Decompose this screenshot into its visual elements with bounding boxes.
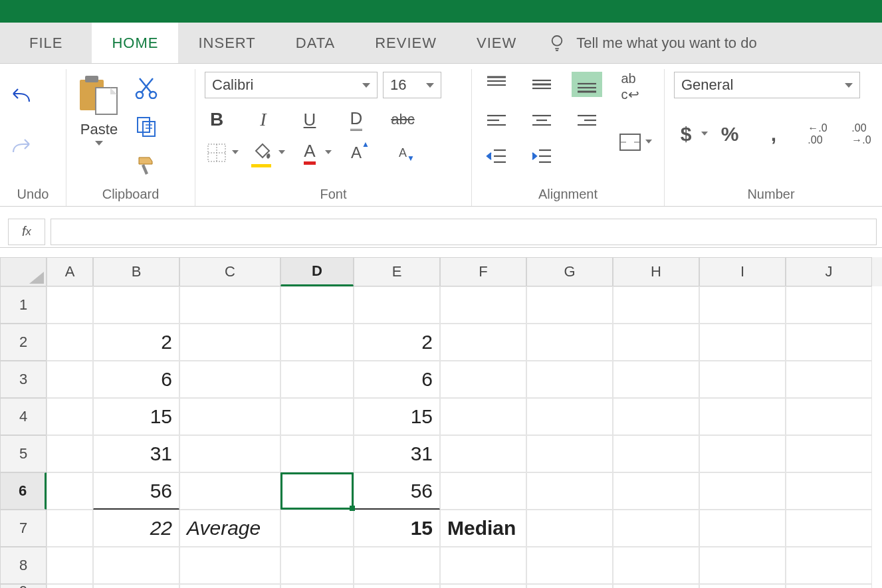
cell-H2[interactable] (613, 324, 699, 361)
cell-I3[interactable] (699, 361, 786, 398)
cell-F9[interactable] (440, 584, 526, 588)
cell-I4[interactable] (699, 398, 786, 435)
cell-F4[interactable] (440, 398, 526, 435)
cell-B4[interactable]: 15 (93, 398, 179, 435)
align-middle-button[interactable] (526, 72, 557, 97)
increase-indent-button[interactable] (526, 144, 557, 169)
col-header-J[interactable]: J (786, 257, 872, 286)
decrease-indent-button[interactable] (481, 144, 512, 169)
cell-D7[interactable] (280, 510, 354, 547)
row-header-2[interactable]: 2 (0, 324, 47, 361)
cell-H9[interactable] (613, 584, 699, 588)
cell-C3[interactable] (179, 361, 280, 398)
cell-G1[interactable] (526, 286, 613, 324)
grid-area[interactable]: 1 2 2 2 3 (0, 286, 882, 588)
cell-A6[interactable] (47, 472, 93, 510)
copy-button[interactable] (134, 114, 158, 138)
cell-A1[interactable] (47, 286, 93, 324)
cell-J1[interactable] (786, 286, 872, 324)
cell-G8[interactable] (526, 547, 613, 584)
cell-F2[interactable] (440, 324, 526, 361)
cell-C6[interactable] (179, 472, 280, 510)
cell-H8[interactable] (613, 547, 699, 584)
cell-B1[interactable] (93, 286, 179, 324)
cell-B3[interactable]: 6 (93, 361, 179, 398)
cell-F1[interactable] (440, 286, 526, 324)
cell-D6[interactable] (280, 472, 354, 510)
paste-dropdown-icon[interactable] (95, 141, 103, 146)
font-size-select[interactable]: 16 (383, 72, 441, 98)
cell-A9[interactable] (47, 584, 93, 588)
cell-I2[interactable] (699, 324, 786, 361)
underline-button[interactable]: U (298, 108, 322, 132)
cell-D8[interactable] (280, 547, 354, 584)
cell-E6[interactable]: 56 (354, 472, 440, 510)
cell-J5[interactable] (786, 435, 872, 472)
col-header-I[interactable]: I (699, 257, 786, 286)
tab-view[interactable]: VIEW (457, 23, 536, 63)
cell-J8[interactable] (786, 547, 872, 584)
cell-D3[interactable] (280, 361, 354, 398)
font-color-button[interactable]: A (298, 141, 322, 165)
col-header-A[interactable]: A (47, 257, 93, 286)
borders-button[interactable] (205, 141, 229, 165)
cell-C4[interactable] (179, 398, 280, 435)
formula-input[interactable] (51, 219, 877, 245)
row-header-7[interactable]: 7 (0, 510, 47, 547)
format-painter-button[interactable] (134, 153, 158, 177)
cell-D4[interactable] (280, 398, 354, 435)
cell-A7[interactable] (47, 510, 93, 547)
cell-G4[interactable] (526, 398, 613, 435)
cell-G6[interactable] (526, 472, 613, 510)
cell-B9[interactable] (93, 584, 179, 588)
row-header-4[interactable]: 4 (0, 398, 47, 435)
cut-button[interactable] (134, 76, 158, 100)
cell-A3[interactable] (47, 361, 93, 398)
cell-G3[interactable] (526, 361, 613, 398)
row-header-5[interactable]: 5 (0, 435, 47, 472)
cell-B8[interactable] (93, 547, 179, 584)
merge-cells-button[interactable] (618, 130, 642, 154)
cell-C7[interactable]: Average (179, 510, 280, 547)
align-center-button[interactable] (526, 108, 557, 133)
col-header-D[interactable]: D (280, 257, 354, 286)
cell-I7[interactable] (699, 510, 786, 547)
row-header-9[interactable]: 9 (0, 584, 47, 588)
wrap-text-button[interactable]: abc↩ (618, 74, 642, 98)
col-header-E[interactable]: E (354, 257, 440, 286)
cell-D2[interactable] (280, 324, 354, 361)
cell-C1[interactable] (179, 286, 280, 324)
cell-J3[interactable] (786, 361, 872, 398)
cell-B2[interactable]: 2 (93, 324, 179, 361)
paste-button[interactable] (76, 72, 122, 118)
cell-H7[interactable] (613, 510, 699, 547)
cell-H5[interactable] (613, 435, 699, 472)
cell-C2[interactable] (179, 324, 280, 361)
cell-E4[interactable]: 15 (354, 398, 440, 435)
col-header-C[interactable]: C (179, 257, 280, 286)
col-header-F[interactable]: F (440, 257, 526, 286)
cell-G2[interactable] (526, 324, 613, 361)
cell-C5[interactable] (179, 435, 280, 472)
cell-E7[interactable]: 15 (354, 510, 440, 547)
select-all-corner[interactable] (0, 257, 47, 286)
undo-button[interactable] (9, 85, 33, 109)
currency-button[interactable]: $ (674, 122, 698, 146)
cell-A5[interactable] (47, 435, 93, 472)
cell-I6[interactable] (699, 472, 786, 510)
tab-review[interactable]: REVIEW (355, 23, 457, 63)
font-name-select[interactable]: Calibri (205, 72, 378, 98)
cell-H4[interactable] (613, 398, 699, 435)
cell-A2[interactable] (47, 324, 93, 361)
row-header-8[interactable]: 8 (0, 547, 47, 584)
comma-style-button[interactable]: , (762, 122, 786, 146)
cell-F5[interactable] (440, 435, 526, 472)
row-header-1[interactable]: 1 (0, 286, 47, 324)
grow-font-button[interactable]: A▲ (344, 141, 368, 165)
cell-H3[interactable] (613, 361, 699, 398)
cell-G7[interactable] (526, 510, 613, 547)
row-header-3[interactable]: 3 (0, 361, 47, 398)
cell-E9[interactable] (354, 584, 440, 588)
fx-icon[interactable]: fx (8, 219, 45, 245)
col-header-G[interactable]: G (526, 257, 613, 286)
